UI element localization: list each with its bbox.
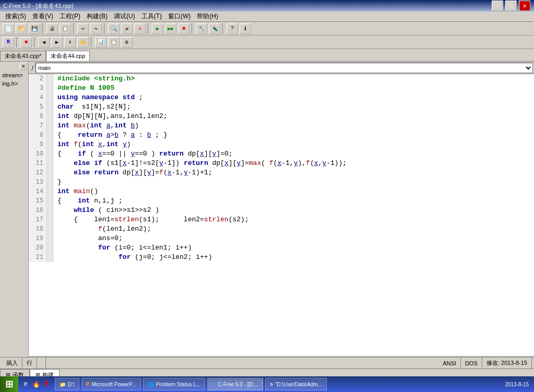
sep1	[42, 23, 44, 34]
tb2-8[interactable]: 📋	[108, 37, 120, 47]
code-line-20: 20 for (i=0; i<=len1; i++)	[29, 243, 534, 253]
undo-button[interactable]: ↩	[77, 23, 89, 34]
replace-button[interactable]: ⇄	[121, 23, 133, 34]
tb2-3[interactable]: ◀	[38, 37, 50, 47]
tb-dbg1[interactable]: 🔧	[196, 23, 207, 34]
taskbar-icon2[interactable]: 🔥	[32, 380, 40, 388]
code-line-10: 10 { if ( x==0 || y==0 ) return dp[x][y]…	[29, 149, 534, 159]
code-line-18: 18 f(len1,len2);	[29, 224, 534, 234]
minimize-button[interactable]: ─	[492, 1, 503, 11]
help-button[interactable]: ?	[227, 23, 238, 34]
print-button[interactable]: 🖨	[46, 23, 58, 34]
code-line-4: 4 using namespace std ;	[29, 93, 534, 102]
sep5	[192, 23, 194, 34]
sep4	[148, 23, 150, 34]
sep8	[34, 37, 36, 47]
taskbar-item-powerpoint[interactable]: P Microsoft PowerP...	[81, 378, 141, 390]
code-content[interactable]: 2 #include <string.h> 3 #define N 1005 4…	[29, 74, 534, 356]
taskbar-quick-icons: e 🔥 R	[18, 380, 54, 388]
code-line-14: 14 int main()	[29, 187, 534, 196]
code-line-12: 12 else return dp[x][y]=f(x-1,y-1)+1;	[29, 168, 534, 177]
start-icon: ⊞	[5, 378, 13, 390]
clock-date: 2013-8-15	[505, 382, 529, 387]
sep2	[73, 23, 75, 34]
status-modified: 修改: 2013-8-15	[482, 358, 532, 369]
taskbar-item-browser[interactable]: 🌐 Problem Status L...	[143, 378, 205, 390]
explorer-icon: 📁	[60, 382, 66, 387]
cmd-icon: >	[270, 382, 273, 387]
menu-view[interactable]: 查看(V)	[29, 11, 56, 21]
toolbar-row2: R ■ ◀ ▶ ⬇ 👆 📊 📋 ⚙	[0, 35, 534, 49]
code-line-6: 6 int dp[N][N],ans,len1,len2;	[29, 112, 534, 121]
code-line-21: 21 for (j=0; j<=len2; i++)	[29, 253, 534, 262]
open-button[interactable]: 📂	[16, 23, 27, 34]
taskbar-item-cmd[interactable]: > "D:\UserData\Adm...	[265, 378, 327, 390]
code-line-3: 3 #define N 1005	[29, 84, 534, 93]
status-row: 行	[22, 358, 37, 369]
code-line-5: 5 char s1[N],s2[N];	[29, 102, 534, 112]
toolbar-row1: 📄 📂 💾 🖨 📋 ↩ ↪ 🔍 ⇄ ✕ ▶ ▶▶ ■ 🔧 🔦 ? ℹ	[0, 22, 534, 35]
title-text: C-Free 5.0 - [未命名43.cpp]	[3, 2, 74, 10]
title-bar: C-Free 5.0 - [未命名43.cpp] ─ □ ✕	[0, 0, 534, 11]
taskbar-icon3[interactable]: R	[42, 380, 51, 388]
sidebar-item-ing[interactable]: ing.h>	[0, 79, 28, 88]
tb3[interactable]: 📋	[60, 23, 71, 34]
tab-file2[interactable]: 未命名44.cpp	[46, 51, 90, 61]
tb2-4[interactable]: ▶	[51, 37, 63, 47]
tab2-label: 未命名44.cpp	[51, 52, 85, 60]
menu-project[interactable]: 工程(P)	[56, 11, 84, 21]
sidebar-item-stream[interactable]: stream>	[0, 71, 28, 79]
code-line-16: 16 while ( cin>>s1>>s2 )	[29, 206, 534, 215]
new-button[interactable]: 📄	[3, 23, 14, 34]
maximize-button[interactable]: □	[505, 1, 517, 11]
tb2-6[interactable]: 👆	[77, 37, 89, 47]
tb2-7[interactable]: 📊	[95, 37, 106, 47]
tb-x[interactable]: ✕	[134, 23, 146, 34]
sidebar-close-button[interactable]: ✕	[20, 63, 27, 70]
cfree-icon: C	[212, 382, 216, 387]
save-button[interactable]: 💾	[29, 23, 40, 34]
code-line-7: 7 int max(int a,int b)	[29, 121, 534, 130]
main-area: ✕ stream> ing.h> 𝑓 main f max 2 #include…	[0, 62, 534, 357]
tb2-stop[interactable]: ■	[20, 37, 32, 47]
code-line-15: 15 { int n,i,j ;	[29, 196, 534, 206]
sep6	[222, 23, 224, 34]
tb2-9[interactable]: ⚙	[121, 37, 133, 47]
menu-tools[interactable]: 工具(T)	[138, 11, 165, 21]
browser-icon: 🌐	[148, 382, 154, 387]
start-button[interactable]: ⊞	[0, 376, 18, 392]
scrollbar-thumb[interactable]	[39, 357, 81, 358]
status-encoding: ANSI	[438, 358, 461, 369]
tab-bar: 未命名43.cpp* 未命名44.cpp	[0, 49, 534, 62]
sep3	[104, 23, 106, 34]
menu-debug[interactable]: 调试(U)	[111, 11, 138, 21]
taskbar-item-cfree[interactable]: C C-Free 5.0 - [D:...	[207, 378, 263, 390]
func-selector-dropdown[interactable]: main f max	[35, 63, 533, 73]
code-line-19: 19 ans=0;	[29, 234, 534, 243]
taskbar-clock: 2013-8-15	[500, 382, 534, 387]
compile-button[interactable]: ▶	[152, 23, 163, 34]
func-selector-bar: 𝑓 main f max	[29, 62, 534, 74]
tb-dbg2[interactable]: 🔦	[209, 23, 220, 34]
tab-file1[interactable]: 未命名43.cpp*	[0, 51, 46, 61]
code-line-11: 11 else if (s1[x-1]!=s2[y-1]) return dp[…	[29, 159, 534, 168]
code-editor: 𝑓 main f max 2 #include <string.h> 3 #de…	[29, 62, 534, 357]
menu-window[interactable]: 窗口(W)	[165, 11, 194, 21]
info-button[interactable]: ℹ	[240, 23, 251, 34]
horizontal-scrollbar[interactable]	[29, 356, 534, 357]
tab1-label: 未命名43.cpp*	[5, 52, 41, 60]
redo-button[interactable]: ↪	[90, 23, 102, 34]
taskbar-ie-icon[interactable]: e	[21, 380, 30, 388]
close-button[interactable]: ✕	[519, 1, 530, 11]
find-button[interactable]: 🔍	[108, 23, 120, 34]
tb2-5[interactable]: ⬇	[64, 37, 76, 47]
left-sidebar: ✕ stream> ing.h>	[0, 62, 29, 357]
code-line-9: 9 int f(int x,int y)	[29, 140, 534, 149]
menu-help[interactable]: 帮助(H)	[194, 11, 221, 21]
menu-build[interactable]: 构建(B)	[84, 11, 111, 21]
run-button[interactable]: ▶▶	[165, 23, 176, 34]
menu-search[interactable]: 搜索(S)	[2, 11, 29, 21]
tb2-1[interactable]: R	[3, 37, 14, 47]
taskbar-item-explorer[interactable]: 📁 D:\	[55, 378, 79, 390]
tb-stop[interactable]: ■	[178, 23, 189, 34]
